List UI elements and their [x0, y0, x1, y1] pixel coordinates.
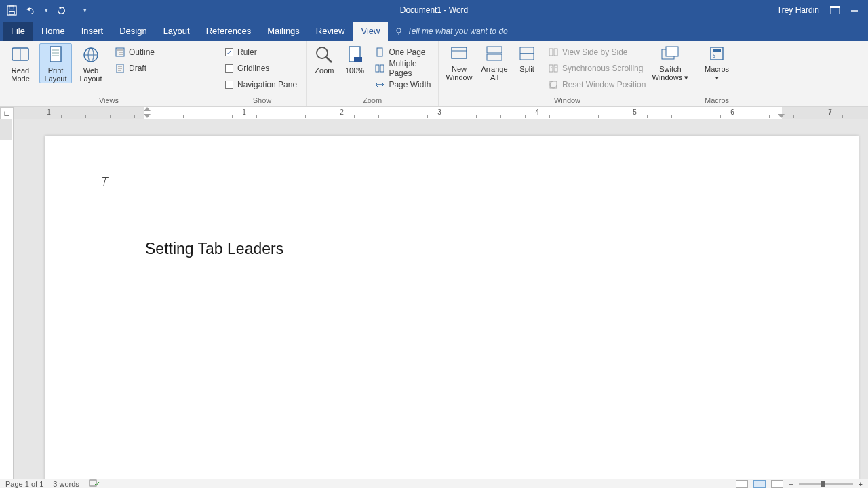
- print-layout-button[interactable]: PrintLayout: [39, 43, 72, 83]
- vertical-ruler[interactable]: [0, 119, 14, 479]
- outline-button[interactable]: Outline: [113, 45, 157, 60]
- read-mode-button[interactable]: ReadMode: [4, 43, 37, 83]
- zoom-out-icon[interactable]: −: [789, 480, 793, 488]
- tab-selector[interactable]: ∟: [0, 107, 14, 119]
- side-by-side-icon: [549, 47, 558, 57]
- svg-rect-48: [90, 480, 96, 486]
- page-100-icon: [344, 45, 365, 65]
- macros-button[interactable]: Macros▾: [701, 43, 733, 81]
- arrange-all-icon: [484, 45, 505, 64]
- page[interactable]: ⌶ Setting Tab Leaders: [45, 136, 859, 488]
- group-show: ✓ Ruler Gridlines Navigation Pane Show: [218, 41, 307, 106]
- outline-icon: [115, 47, 125, 57]
- tell-me-search[interactable]: Tell me what you want to do: [388, 22, 514, 41]
- svg-rect-0: [7, 5, 16, 14]
- redo-icon[interactable]: [56, 5, 66, 16]
- svg-rect-29: [377, 48, 382, 56]
- svg-rect-1: [9, 5, 14, 9]
- tab-references[interactable]: References: [198, 22, 259, 41]
- undo-icon[interactable]: [25, 5, 37, 16]
- view-side-by-side-button: View Side by Side: [546, 45, 648, 60]
- gridlines-checkbox[interactable]: Gridlines: [222, 61, 300, 76]
- group-label-show: Show: [222, 95, 302, 106]
- reset-window-position-button: Reset Window Position: [546, 77, 648, 92]
- svg-rect-33: [452, 47, 467, 58]
- zoom-slider[interactable]: [799, 483, 853, 485]
- ribbon-display-icon[interactable]: [830, 6, 840, 14]
- page-indicator[interactable]: Page 1 of 1: [5, 480, 43, 488]
- split-button[interactable]: Split: [513, 43, 540, 73]
- svg-rect-28: [354, 57, 362, 62]
- switch-windows-icon: [660, 45, 680, 64]
- minimize-icon[interactable]: [850, 6, 859, 14]
- ruler-tick: 5: [633, 108, 637, 116]
- switch-windows-button[interactable]: SwitchWindows ▾: [651, 43, 689, 81]
- spellcheck-icon[interactable]: [89, 479, 100, 489]
- zoom-100-button[interactable]: 100%: [341, 43, 369, 75]
- group-label-views: Views: [4, 95, 214, 106]
- zoom-button[interactable]: Zoom: [311, 43, 338, 75]
- navigation-pane-checkbox[interactable]: Navigation Pane: [222, 77, 300, 92]
- ruler-tick: 1: [242, 108, 246, 116]
- zoom-in-icon[interactable]: +: [859, 480, 863, 488]
- status-bar: Page 1 of 1 3 words − +: [0, 479, 868, 488]
- save-icon[interactable]: [7, 5, 17, 16]
- right-indent-marker[interactable]: [778, 114, 785, 118]
- tab-mailings[interactable]: Mailings: [259, 22, 308, 41]
- page-width-button[interactable]: Page Width: [372, 77, 434, 92]
- one-page-button[interactable]: One Page: [372, 45, 434, 60]
- new-window-icon: [449, 45, 469, 64]
- reset-position-icon: [549, 80, 558, 89]
- qat-customize-icon[interactable]: ▾: [83, 7, 87, 14]
- hanging-indent-marker[interactable]: [144, 114, 151, 118]
- svg-rect-41: [549, 65, 553, 72]
- document-body-text[interactable]: Setting Tab Leaders: [145, 240, 283, 258]
- page-width-icon: [375, 80, 384, 89]
- svg-rect-45: [666, 47, 678, 56]
- window-controls: Trey Hardin: [777, 5, 868, 15]
- svg-rect-47: [713, 49, 721, 52]
- read-mode-icon: [10, 45, 31, 65]
- svg-point-25: [317, 47, 328, 58]
- lightbulb-icon: [395, 27, 403, 35]
- horizontal-ruler[interactable]: 1 1 2 3 4 5 6 7: [14, 107, 868, 119]
- tab-design[interactable]: Design: [111, 22, 155, 41]
- print-layout-view-icon[interactable]: [753, 480, 766, 488]
- tab-review[interactable]: Review: [308, 22, 353, 41]
- tab-layout[interactable]: Layout: [155, 22, 198, 41]
- ruler-checkbox[interactable]: ✓ Ruler: [222, 45, 300, 60]
- group-window: NewWindow ArrangeAll Split View Side by …: [439, 41, 696, 106]
- tab-insert[interactable]: Insert: [73, 22, 112, 41]
- draft-button[interactable]: Draft: [113, 61, 157, 76]
- chevron-down-icon: ▾: [682, 73, 688, 81]
- undo-dropdown-icon[interactable]: ▾: [45, 7, 48, 14]
- title-bar: ▾ ▾ Document1 - Word Trey Hardin: [0, 0, 868, 20]
- user-name[interactable]: Trey Hardin: [777, 5, 819, 15]
- ribbon-tabs: File Home Insert Design Layout Reference…: [0, 20, 868, 41]
- svg-rect-10: [50, 47, 61, 62]
- svg-rect-40: [554, 49, 557, 56]
- tab-file[interactable]: File: [3, 22, 33, 41]
- multiple-pages-button[interactable]: Multiple Pages: [372, 61, 434, 76]
- web-layout-button[interactable]: WebLayout: [75, 43, 107, 83]
- read-mode-view-icon[interactable]: [736, 480, 748, 488]
- print-layout-icon: [45, 45, 66, 65]
- svg-rect-30: [376, 65, 379, 72]
- svg-rect-2: [9, 11, 15, 14]
- svg-point-6: [397, 28, 401, 33]
- web-layout-view-icon[interactable]: [771, 480, 783, 488]
- new-window-button[interactable]: NewWindow: [443, 43, 475, 81]
- arrange-all-button[interactable]: ArrangeAll: [478, 43, 511, 81]
- group-label-window: Window: [443, 95, 692, 106]
- ruler-tick: 6: [730, 108, 734, 116]
- tab-view[interactable]: View: [353, 22, 388, 41]
- quick-access-toolbar: ▾ ▾: [0, 5, 87, 16]
- tab-home[interactable]: Home: [33, 22, 73, 41]
- first-line-indent-marker[interactable]: [144, 107, 151, 111]
- text-cursor-icon: ⌶: [100, 175, 107, 188]
- chevron-down-icon: ▾: [715, 75, 719, 81]
- checkbox-icon: [225, 81, 233, 89]
- svg-rect-36: [487, 54, 502, 60]
- word-count[interactable]: 3 words: [53, 480, 79, 488]
- macros-icon: [707, 45, 727, 64]
